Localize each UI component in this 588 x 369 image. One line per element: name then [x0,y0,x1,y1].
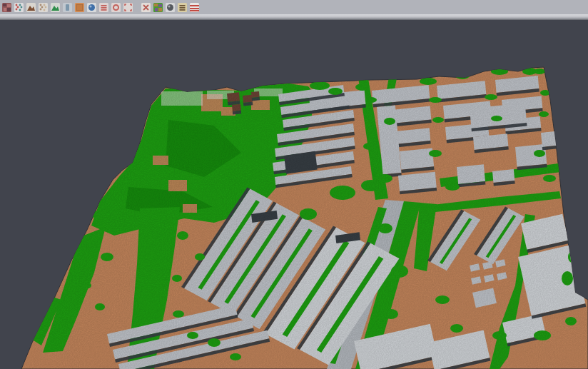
viewport-3d-scene[interactable] [0,20,588,369]
flag-stripes-icon[interactable] [190,3,199,12]
terrain-green-icon[interactable] [51,3,60,12]
globe-icon[interactable] [87,3,96,12]
profile-panel-icon[interactable] [63,3,72,12]
main-toolbar [0,0,588,14]
raster-red-icon[interactable] [2,3,11,12]
viewport-container [0,20,588,369]
grid-red-icon[interactable] [141,3,151,12]
application-window [0,0,588,369]
red-ring-icon[interactable] [111,3,121,12]
toolbar-edge-divider [0,14,588,20]
pointcloud-grain [0,20,588,369]
sparse-points-icon[interactable] [39,3,48,12]
classification-map-icon[interactable] [153,3,163,12]
orthophoto-icon[interactable] [75,3,84,12]
terrain-brown-icon[interactable] [26,3,36,12]
red-list-icon[interactable] [99,3,108,12]
selection-brackets-icon[interactable] [123,3,133,12]
tree-clump [561,141,569,152]
terrain-content [0,20,588,369]
dark-sphere-icon[interactable] [166,3,175,12]
classified-points-icon[interactable] [14,3,24,12]
notes-tag-icon[interactable] [178,3,187,12]
